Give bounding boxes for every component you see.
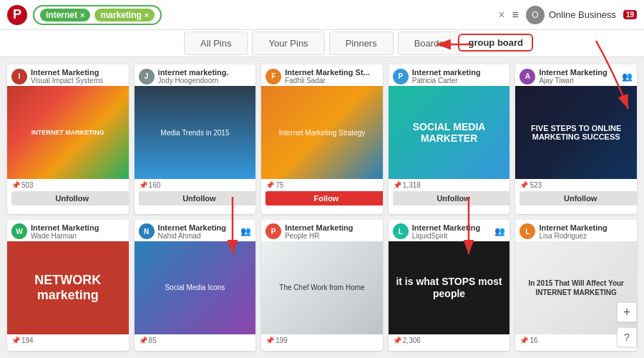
- board-image-visual-2: Media Trends in 2015: [135, 86, 256, 179]
- board-img-6[interactable]: NETWORK marketing: [7, 241, 129, 334]
- board-header-2: J internet marketing. Jody Hoogendoorn: [135, 64, 256, 86]
- user-avatar[interactable]: O: [526, 6, 545, 24]
- board-card-4: P Internet marketing Patricia Carter SOC…: [389, 64, 510, 214]
- board-img-8[interactable]: The Chef Work from Home: [261, 241, 383, 334]
- board-info-9: Internet Marketing LiquidSpirit: [412, 223, 492, 240]
- pin-count-6: 📌 194: [7, 334, 129, 347]
- board-avatar-1: I: [11, 69, 27, 84]
- board-header-5: A Internet Marketing Ajay Tiwari 👥: [515, 64, 637, 86]
- unfollow-button-1[interactable]: Unfollow: [11, 191, 129, 205]
- tab-pinners[interactable]: Pinners: [329, 32, 394, 55]
- board-img-1[interactable]: INTERNET MARKETING: [7, 86, 129, 179]
- board-image-visual-4: SOCIAL MEDIA MARKETER: [389, 86, 510, 179]
- board-author-2: Jody Hoogendoorn: [158, 77, 252, 84]
- pin-number-4: 1,318: [403, 181, 421, 189]
- boards-grid: I Internet Marketing Visual Impact Syste…: [0, 57, 644, 358]
- board-header-10: L Internet Marketing Lisa Rodriguez: [515, 220, 637, 241]
- board-title-6: Internet Marketing: [31, 223, 125, 232]
- board-card-5: A Internet Marketing Ajay Tiwari 👥 FIVE …: [515, 64, 637, 214]
- board-img-3[interactable]: Internet Marketing Strategy: [261, 86, 383, 179]
- pin-number-8: 199: [275, 337, 288, 344]
- pin-count-5: 📌 523: [515, 179, 637, 191]
- board-card-1: I Internet Marketing Visual Impact Syste…: [7, 64, 129, 214]
- board-header-1: I Internet Marketing Visual Impact Syste…: [7, 64, 129, 86]
- board-author-9: LiquidSpirit: [412, 232, 492, 240]
- board-info-2: internet marketing. Jody Hoogendoorn: [158, 68, 252, 84]
- board-title-8: Internet Marketing: [285, 223, 379, 232]
- pin-count-3: 📌 75: [261, 179, 383, 191]
- pin-icon-5: 📌: [519, 181, 528, 189]
- search-close-button[interactable]: ×: [498, 9, 504, 21]
- pin-number-9: 2,306: [403, 337, 421, 344]
- tab-all-pins[interactable]: All Pins: [184, 32, 248, 55]
- board-card-9: L Internet Marketing LiquidSpirit 👥 it i…: [389, 220, 510, 352]
- pin-icon-2: 📌: [139, 181, 147, 189]
- board-card-7: N Internet Marketing Nahid Ahmad 👥 Socia…: [135, 220, 256, 352]
- board-title-2: internet marketing.: [158, 68, 252, 77]
- header: P internet × marketing × × ≡ O Online Bu…: [0, 0, 644, 30]
- board-info-7: Internet Marketing Nahid Ahmad: [158, 223, 238, 240]
- pin-icon-3: 📌: [265, 181, 274, 189]
- tag-marketing-label: marketing: [100, 10, 141, 20]
- notification-badge[interactable]: 19: [623, 10, 637, 19]
- pin-icon-1: 📌: [11, 181, 20, 189]
- pin-number-3: 75: [275, 181, 283, 189]
- unfollow-button-2[interactable]: Unfollow: [139, 191, 256, 205]
- board-header-8: P Internet Marketing People HR: [261, 220, 383, 241]
- pin-count-4: 📌 1,318: [389, 179, 510, 191]
- board-title-4: Internet marketing: [412, 68, 506, 77]
- pin-icon-8: 📌: [265, 337, 274, 344]
- board-card-2: J internet marketing. Jody Hoogendoorn M…: [135, 64, 256, 214]
- pin-number-6: 194: [21, 337, 34, 344]
- board-img-7[interactable]: Social Media Icons: [135, 241, 256, 334]
- board-img-4[interactable]: SOCIAL MEDIA MARKETER: [389, 86, 510, 179]
- pin-icon-10: 📌: [519, 337, 528, 344]
- board-header-7: N Internet Marketing Nahid Ahmad 👥: [135, 220, 256, 241]
- board-title-3: Internet Marketing St...: [285, 68, 379, 77]
- pinterest-logo[interactable]: P: [7, 5, 27, 25]
- board-title-10: Internet Marketing: [539, 223, 633, 232]
- pin-icon-4: 📌: [393, 181, 401, 189]
- board-title-5: Internet Marketing: [539, 68, 618, 77]
- search-tags: internet × marketing ×: [33, 5, 162, 25]
- board-author-6: Wade Harman: [31, 232, 125, 240]
- board-info-6: Internet Marketing Wade Harman: [31, 223, 125, 240]
- board-avatar-6: W: [11, 223, 27, 239]
- help-button[interactable]: ?: [617, 327, 637, 347]
- tag-marketing-close[interactable]: ×: [145, 11, 149, 19]
- board-info-10: Internet Marketing Lisa Rodriguez: [539, 223, 633, 240]
- board-card-3: F Internet Marketing St... Fadhli Sadar …: [261, 64, 383, 214]
- pin-number-10: 16: [530, 337, 537, 344]
- board-image-visual-9: it is what STOPS most people: [389, 241, 510, 334]
- board-header-4: P Internet marketing Patricia Carter: [389, 64, 510, 86]
- board-img-5[interactable]: FIVE STEPS TO ONLINE MARKETING SUCCESS: [515, 86, 637, 179]
- board-avatar-8: P: [265, 223, 281, 239]
- board-author-10: Lisa Rodriguez: [539, 232, 633, 240]
- board-img-2[interactable]: Media Trends in 2015: [135, 86, 256, 179]
- board-avatar-5: A: [519, 69, 535, 84]
- board-author-1: Visual Impact Systems: [31, 77, 125, 84]
- follow-button-3[interactable]: Follow: [265, 191, 383, 205]
- board-img-9[interactable]: it is what STOPS most people: [389, 241, 510, 334]
- tag-internet-close[interactable]: ×: [80, 11, 84, 19]
- pin-icon-6: 📌: [11, 337, 20, 344]
- tag-internet-label: internet: [46, 10, 77, 20]
- unfollow-button-5[interactable]: Unfollow: [519, 191, 637, 205]
- menu-icon[interactable]: ≡: [512, 9, 519, 21]
- pin-number-2: 160: [149, 181, 161, 189]
- board-image-visual-5: FIVE STEPS TO ONLINE MARKETING SUCCESS: [515, 86, 637, 179]
- board-image-visual-6: NETWORK marketing: [7, 241, 129, 334]
- board-header-6: W Internet Marketing Wade Harman: [7, 220, 129, 241]
- tab-your-pins[interactable]: Your Pins: [252, 32, 324, 55]
- board-avatar-10: L: [519, 223, 535, 239]
- tabs-bar: All Pins Your Pins Pinners Boards group …: [0, 30, 644, 57]
- pin-count-9: 📌 2,306: [389, 334, 510, 347]
- board-author-7: Nahid Ahmad: [158, 232, 238, 240]
- board-title-1: Internet Marketing: [31, 68, 125, 77]
- board-author-5: Ajay Tiwari: [539, 77, 618, 84]
- zoom-in-button[interactable]: +: [617, 302, 637, 322]
- pin-icon-9: 📌: [393, 337, 401, 344]
- unfollow-button-4[interactable]: Unfollow: [393, 191, 510, 205]
- board-image-visual-7: Social Media Icons: [135, 241, 256, 334]
- board-info-1: Internet Marketing Visual Impact Systems: [31, 68, 125, 84]
